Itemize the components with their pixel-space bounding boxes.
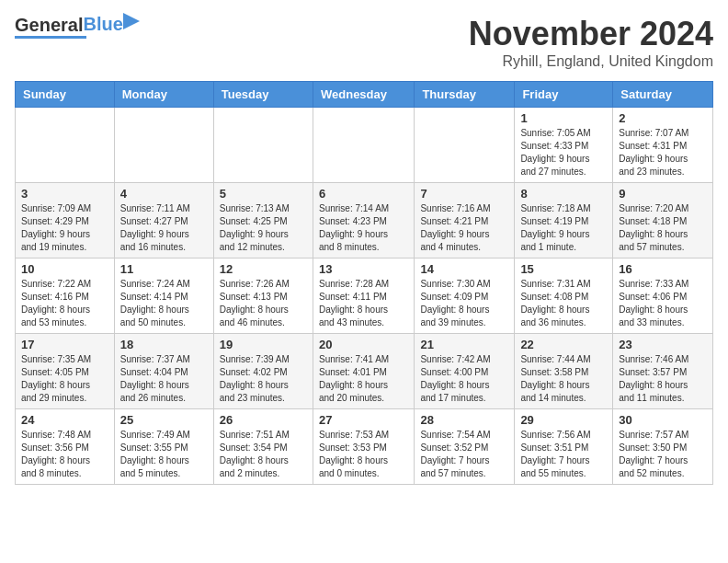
calendar-day-cell: 3Sunrise: 7:09 AM Sunset: 4:29 PM Daylig…: [16, 183, 115, 259]
day-number: 12: [220, 262, 307, 276]
day-number: 19: [220, 338, 307, 351]
day-info: Sunrise: 7:26 AM Sunset: 4:13 PM Dayligh…: [220, 278, 307, 329]
day-number: 17: [21, 338, 108, 351]
calendar-week-1: 1Sunrise: 7:05 AM Sunset: 4:33 PM Daylig…: [16, 108, 713, 183]
title-section: November 2024 Ryhill, England, United Ki…: [469, 15, 713, 70]
day-info: Sunrise: 7:05 AM Sunset: 4:33 PM Dayligh…: [520, 127, 607, 178]
day-info: Sunrise: 7:31 AM Sunset: 4:08 PM Dayligh…: [520, 278, 607, 329]
day-info: Sunrise: 7:20 AM Sunset: 4:18 PM Dayligh…: [619, 202, 707, 254]
day-info: Sunrise: 7:22 AM Sunset: 4:16 PM Dayligh…: [21, 278, 108, 329]
calendar-table: Sunday Monday Tuesday Wednesday Thursday…: [15, 81, 713, 485]
day-info: Sunrise: 7:09 AM Sunset: 4:29 PM Dayligh…: [21, 202, 108, 254]
calendar-day-cell: 24Sunrise: 7:48 AM Sunset: 3:56 PM Dayli…: [16, 409, 115, 485]
logo: General Blue: [15, 15, 123, 39]
calendar-day-cell: 28Sunrise: 7:54 AM Sunset: 3:52 PM Dayli…: [415, 409, 515, 485]
day-info: Sunrise: 7:39 AM Sunset: 4:02 PM Dayligh…: [220, 353, 307, 405]
calendar-day-cell: 12Sunrise: 7:26 AM Sunset: 4:13 PM Dayli…: [213, 259, 313, 334]
day-number: 2: [619, 111, 707, 125]
day-number: 5: [220, 187, 307, 201]
calendar-day-cell: [415, 108, 515, 183]
calendar-day-cell: 29Sunrise: 7:56 AM Sunset: 3:51 PM Dayli…: [515, 409, 613, 485]
calendar-day-cell: 14Sunrise: 7:30 AM Sunset: 4:09 PM Dayli…: [415, 259, 515, 334]
day-number: 3: [21, 187, 108, 201]
header-sunday: Sunday: [16, 82, 115, 108]
day-info: Sunrise: 7:54 AM Sunset: 3:52 PM Dayligh…: [420, 429, 508, 480]
calendar-day-cell: 22Sunrise: 7:44 AM Sunset: 3:58 PM Dayli…: [515, 334, 613, 409]
day-number: 21: [420, 338, 508, 351]
day-info: Sunrise: 7:42 AM Sunset: 4:00 PM Dayligh…: [420, 353, 508, 405]
day-number: 26: [220, 413, 307, 427]
day-number: 15: [520, 262, 607, 276]
day-info: Sunrise: 7:13 AM Sunset: 4:25 PM Dayligh…: [220, 202, 307, 254]
day-number: 27: [319, 413, 408, 427]
day-number: 13: [319, 262, 408, 276]
calendar-day-cell: 13Sunrise: 7:28 AM Sunset: 4:11 PM Dayli…: [313, 259, 414, 334]
day-number: 18: [120, 338, 208, 351]
day-info: Sunrise: 7:07 AM Sunset: 4:31 PM Dayligh…: [619, 127, 707, 178]
day-info: Sunrise: 7:57 AM Sunset: 3:50 PM Dayligh…: [619, 429, 707, 480]
day-info: Sunrise: 7:30 AM Sunset: 4:09 PM Dayligh…: [420, 278, 508, 329]
calendar-week-2: 3Sunrise: 7:09 AM Sunset: 4:29 PM Daylig…: [16, 183, 713, 259]
calendar-day-cell: 10Sunrise: 7:22 AM Sunset: 4:16 PM Dayli…: [16, 259, 115, 334]
calendar-day-cell: 1Sunrise: 7:05 AM Sunset: 4:33 PM Daylig…: [515, 108, 613, 183]
day-info: Sunrise: 7:41 AM Sunset: 4:01 PM Dayligh…: [319, 353, 408, 405]
header-friday: Friday: [515, 82, 613, 108]
day-number: 24: [21, 413, 108, 427]
day-number: 6: [319, 187, 408, 201]
day-number: 25: [120, 413, 208, 427]
calendar-day-cell: 15Sunrise: 7:31 AM Sunset: 4:08 PM Dayli…: [515, 259, 613, 334]
day-info: Sunrise: 7:48 AM Sunset: 3:56 PM Dayligh…: [21, 429, 108, 480]
day-number: 14: [420, 262, 508, 276]
day-info: Sunrise: 7:46 AM Sunset: 3:57 PM Dayligh…: [619, 353, 707, 405]
day-info: Sunrise: 7:16 AM Sunset: 4:21 PM Dayligh…: [420, 202, 508, 254]
calendar-day-cell: 27Sunrise: 7:53 AM Sunset: 3:53 PM Dayli…: [313, 409, 414, 485]
calendar-day-cell: [313, 108, 414, 183]
day-info: Sunrise: 7:53 AM Sunset: 3:53 PM Dayligh…: [319, 429, 408, 480]
calendar-day-cell: [16, 108, 115, 183]
svg-marker-0: [123, 13, 140, 29]
calendar-day-cell: 5Sunrise: 7:13 AM Sunset: 4:25 PM Daylig…: [213, 183, 313, 259]
calendar-day-cell: 25Sunrise: 7:49 AM Sunset: 3:55 PM Dayli…: [114, 409, 213, 485]
day-number: 29: [520, 413, 607, 427]
header-saturday: Saturday: [613, 82, 713, 108]
calendar-day-cell: 2Sunrise: 7:07 AM Sunset: 4:31 PM Daylig…: [613, 108, 713, 183]
calendar-day-cell: 26Sunrise: 7:51 AM Sunset: 3:54 PM Dayli…: [213, 409, 313, 485]
day-info: Sunrise: 7:24 AM Sunset: 4:14 PM Dayligh…: [120, 278, 208, 329]
calendar-day-cell: 9Sunrise: 7:20 AM Sunset: 4:18 PM Daylig…: [613, 183, 713, 259]
day-number: 10: [21, 262, 108, 276]
calendar-day-cell: 17Sunrise: 7:35 AM Sunset: 4:05 PM Dayli…: [16, 334, 115, 409]
day-number: 22: [520, 338, 607, 351]
day-number: 8: [520, 187, 607, 201]
header-wednesday: Wednesday: [313, 82, 414, 108]
header-thursday: Thursday: [415, 82, 515, 108]
day-info: Sunrise: 7:35 AM Sunset: 4:05 PM Dayligh…: [21, 353, 108, 405]
calendar-week-5: 24Sunrise: 7:48 AM Sunset: 3:56 PM Dayli…: [16, 409, 713, 485]
page-header: General Blue November 2024 Ryhill, Engla…: [15, 15, 713, 70]
page-title: November 2024: [469, 15, 713, 53]
day-info: Sunrise: 7:18 AM Sunset: 4:19 PM Dayligh…: [520, 202, 607, 254]
day-info: Sunrise: 7:44 AM Sunset: 3:58 PM Dayligh…: [520, 353, 607, 405]
calendar-week-4: 17Sunrise: 7:35 AM Sunset: 4:05 PM Dayli…: [16, 334, 713, 409]
calendar-day-cell: 6Sunrise: 7:14 AM Sunset: 4:23 PM Daylig…: [313, 183, 414, 259]
day-number: 16: [619, 262, 707, 276]
day-number: 1: [520, 111, 607, 125]
day-info: Sunrise: 7:37 AM Sunset: 4:04 PM Dayligh…: [120, 353, 208, 405]
calendar-day-cell: 23Sunrise: 7:46 AM Sunset: 3:57 PM Dayli…: [613, 334, 713, 409]
calendar-day-cell: [213, 108, 313, 183]
logo-general-text: General: [15, 16, 83, 34]
page-subtitle: Ryhill, England, United Kingdom: [469, 53, 713, 70]
day-info: Sunrise: 7:11 AM Sunset: 4:27 PM Dayligh…: [120, 202, 208, 254]
day-number: 28: [420, 413, 508, 427]
calendar-header-row: Sunday Monday Tuesday Wednesday Thursday…: [16, 82, 713, 108]
day-info: Sunrise: 7:28 AM Sunset: 4:11 PM Dayligh…: [319, 278, 408, 329]
calendar-day-cell: 16Sunrise: 7:33 AM Sunset: 4:06 PM Dayli…: [613, 259, 713, 334]
day-number: 7: [420, 187, 508, 201]
header-tuesday: Tuesday: [213, 82, 313, 108]
day-info: Sunrise: 7:51 AM Sunset: 3:54 PM Dayligh…: [220, 429, 307, 480]
day-info: Sunrise: 7:49 AM Sunset: 3:55 PM Dayligh…: [120, 429, 208, 480]
day-number: 11: [120, 262, 208, 276]
calendar-day-cell: 4Sunrise: 7:11 AM Sunset: 4:27 PM Daylig…: [114, 183, 213, 259]
day-info: Sunrise: 7:14 AM Sunset: 4:23 PM Dayligh…: [319, 202, 408, 254]
day-number: 30: [619, 413, 707, 427]
day-number: 23: [619, 338, 707, 351]
